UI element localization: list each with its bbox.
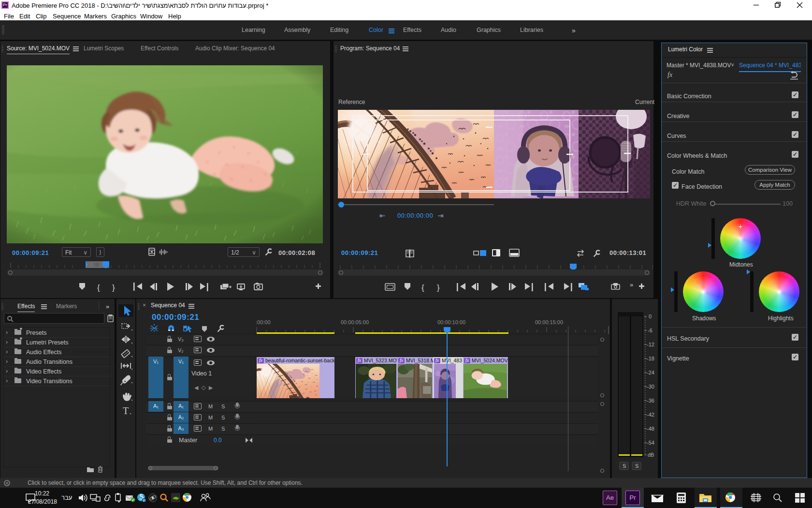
svg-text:S: S xyxy=(635,463,638,469)
svg-text:-24: -24 xyxy=(647,370,654,375)
svg-text:0: 0 xyxy=(649,314,652,319)
svg-text:-36: -36 xyxy=(647,398,654,403)
svg-text:-42: -42 xyxy=(647,412,654,418)
svg-text:-18: -18 xyxy=(647,356,654,361)
svg-text:i: i xyxy=(143,499,144,502)
svg-text:»: » xyxy=(630,281,633,288)
svg-text:-6: -6 xyxy=(648,328,652,333)
svg-text:}: } xyxy=(437,283,440,292)
svg-text:-12: -12 xyxy=(647,342,654,347)
svg-text:-48: -48 xyxy=(647,426,654,432)
svg-text:dB: dB xyxy=(648,452,654,458)
svg-text:{: { xyxy=(97,283,100,292)
svg-text:-54: -54 xyxy=(647,440,654,446)
svg-text:{: { xyxy=(421,283,424,292)
svg-text:T: T xyxy=(123,405,129,416)
svg-text:-30: -30 xyxy=(647,384,654,389)
svg-text:S: S xyxy=(623,463,626,469)
svg-text:}: } xyxy=(112,283,115,292)
